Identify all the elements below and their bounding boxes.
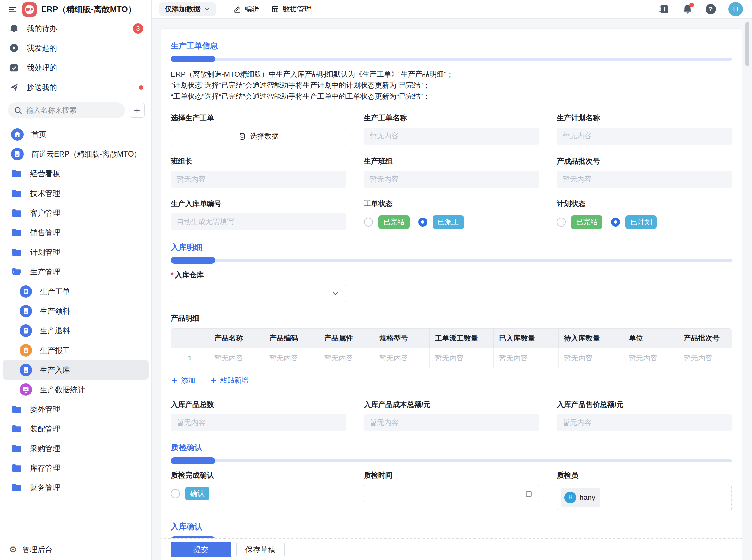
qc-inspector-field[interactable]: H hany (557, 485, 732, 510)
field-inbound-total-price: 入库产品售价总额/元 暂无内容 (557, 400, 732, 431)
sidebar-item-sales-mgmt[interactable]: 销售管理 (3, 223, 149, 242)
document-icon (20, 305, 32, 317)
collapse-menu-icon[interactable] (8, 5, 18, 14)
sidebar-item-purchase-mgmt[interactable]: 采购管理 (3, 439, 149, 458)
field-work-order-name: 生产工单名称 暂无内容 (364, 113, 539, 145)
sidebar-item-cc-to-me[interactable]: 抄送我的 (0, 78, 151, 97)
field-inbound-warehouse: * 入库仓库 (171, 270, 346, 302)
sidebar-item-home[interactable]: 首页 (3, 125, 149, 144)
sidebar-item-finance-mgmt[interactable]: 财务管理 (3, 478, 149, 498)
sidebar-item-label: 抄送我的 (27, 82, 57, 93)
badge-finished: 已完结 (378, 215, 410, 229)
sidebar-item-work-report[interactable]: 生产报工 (3, 341, 149, 360)
notification-dot (690, 3, 694, 7)
inbound-doc-no-input: 自动生成无需填写 (171, 213, 346, 230)
folder-icon (11, 168, 22, 179)
scrollbar-thumb[interactable] (746, 22, 749, 66)
save-draft-button[interactable]: 保存草稿 (236, 542, 285, 557)
sidebar-item-material-requisition[interactable]: 生产领料 (3, 301, 149, 321)
form-scroll[interactable]: 生产工单信息 ERP（离散制造-MTO精细版）中生产入库产品明细默认为《生产工单… (161, 29, 742, 538)
main-area: 仅添加数据 编辑 数据管理 (152, 0, 752, 560)
inbound-total-qty-input: 暂无内容 (171, 414, 346, 431)
sidebar-item-jdy-erp[interactable]: 简道云ERP（精细版-离散MTO）「... (3, 144, 149, 164)
data-manage-button[interactable]: 数据管理 (271, 4, 312, 14)
sidebar-item-assembly-mgmt[interactable]: 装配管理 (3, 419, 149, 439)
add-row-link[interactable]: 添加 (171, 376, 195, 385)
field-product-batch-no: 产成品批次号 暂无内容 (557, 156, 732, 188)
form-description: ERP（离散制造-MTO精细版）中生产入库产品明细默认为《生产工单》“生产产品明… (171, 69, 732, 102)
content-area: 生产工单信息 ERP（离散制造-MTO精细版）中生产入库产品明细默认为《生产工单… (152, 19, 752, 560)
user-avatar[interactable]: H (729, 2, 743, 16)
sidebar-item-customer-mgmt[interactable]: 客户管理 (3, 203, 149, 223)
radio-qc-confirm[interactable] (171, 489, 180, 498)
app-title: ERP（精细版-离散MTO） (41, 4, 136, 15)
sidebar-item-material-return[interactable]: 生产退料 (3, 321, 149, 341)
section-title-qc-confirm: 质检确认 (171, 442, 732, 453)
plus-icon (171, 377, 178, 384)
qc-time-input[interactable] (364, 485, 539, 502)
send-icon (9, 82, 19, 92)
table-header-row: 产品名称 产品编码 产品属性 规格型号 工单派工数量 已入库数量 待入库数量 单… (171, 329, 732, 348)
sidebar-item-production-stats[interactable]: 生产数据统计 (3, 380, 149, 399)
document-icon (20, 285, 32, 298)
field-work-order-status: 工单状态 已完结 已派工 (364, 199, 539, 231)
sidebar-item-initiated-by-me[interactable]: 我发起的 (0, 38, 151, 58)
field-team-leader: 班组长 暂无内容 (171, 156, 346, 188)
member-chip[interactable]: H hany (561, 488, 600, 507)
member-avatar: H (565, 492, 576, 503)
table-row[interactable]: 1 暂无内容 暂无内容 暂无内容 暂无内容 暂无内容 暂无内容 暂无内容 暂无内… (171, 348, 732, 368)
section-progress-bar (171, 56, 732, 62)
field-plan-status: 计划状态 已完结 已计划 (557, 199, 732, 231)
folder-icon (11, 247, 22, 258)
document-icon (20, 364, 32, 376)
edit-button[interactable]: 编辑 (233, 4, 259, 14)
help-icon[interactable]: ? (706, 4, 716, 14)
inbound-total-price-input: 暂无内容 (557, 414, 732, 431)
sidebar-item-label: 我处理的 (27, 63, 57, 73)
section-title-inbound-confirm: 入库确认 (171, 521, 732, 532)
warehouse-select[interactable] (171, 285, 346, 302)
sidebar-item-production-inbound[interactable]: 生产入库 (3, 360, 149, 380)
notification-bell-icon[interactable] (682, 4, 693, 15)
mode-dropdown[interactable]: 仅添加数据 (159, 2, 216, 16)
badge-confirm: 确认 (185, 487, 210, 500)
sidebar-item-business-dashboard[interactable]: 经营看板 (3, 164, 149, 183)
radio-order-status-finished[interactable] (364, 218, 373, 227)
plus-icon (210, 377, 217, 384)
sidebar-item-plan-mgmt[interactable]: 计划管理 (3, 242, 149, 262)
search-placeholder: 输入名称来搜索 (26, 105, 77, 115)
radio-plan-status-planned[interactable] (611, 218, 620, 227)
radio-order-status-dispatched[interactable] (418, 218, 428, 227)
submit-button[interactable]: 提交 (171, 542, 231, 557)
contacts-book-icon[interactable] (658, 4, 670, 15)
production-plan-name-input: 暂无内容 (557, 127, 732, 145)
add-app-button[interactable] (130, 103, 145, 118)
select-data-button[interactable]: 选择数据 (171, 127, 346, 145)
sidebar-item-label: 我的待办 (27, 23, 57, 34)
sidebar-item-production-order[interactable]: 生产工单 (3, 282, 149, 301)
field-production-plan-name: 生产计划名称 暂无内容 (557, 113, 732, 145)
document-icon (11, 148, 23, 160)
badge-planned: 已计划 (625, 215, 657, 229)
app-logo-text: ERP (25, 5, 34, 14)
sidebar-item-admin-console[interactable]: ⚙ 管理后台 (0, 539, 151, 560)
topbar: 仅添加数据 编辑 数据管理 (152, 0, 752, 19)
sidebar-item-my-todo[interactable]: 我的待办 3 (0, 19, 151, 38)
radio-plan-status-finished[interactable] (557, 218, 566, 227)
paste-add-link[interactable]: 粘贴新增 (210, 376, 249, 385)
sidebar-item-processed-by-me[interactable]: 我处理的 (0, 58, 151, 78)
sidebar-item-outsourcing-mgmt[interactable]: 委外管理 (3, 399, 149, 419)
sidebar-item-inventory-mgmt[interactable]: 库存管理 (3, 458, 149, 478)
sidebar-item-production-mgmt[interactable]: 生产管理 (3, 262, 149, 282)
folder-icon (11, 443, 22, 454)
search-input[interactable]: 输入名称来搜索 (8, 102, 125, 118)
sidebar-item-tech-mgmt[interactable]: 技术管理 (3, 183, 149, 203)
section-progress-bar (171, 257, 732, 264)
required-mark: * (171, 271, 174, 279)
form-footer: 提交 保存草稿 (161, 538, 742, 560)
folder-icon (11, 227, 22, 238)
inbound-total-cost-input: 暂无内容 (364, 414, 539, 431)
scrollbar[interactable] (746, 22, 749, 557)
topbar-right: ? H (658, 2, 743, 16)
section-progress-bar (171, 537, 732, 538)
